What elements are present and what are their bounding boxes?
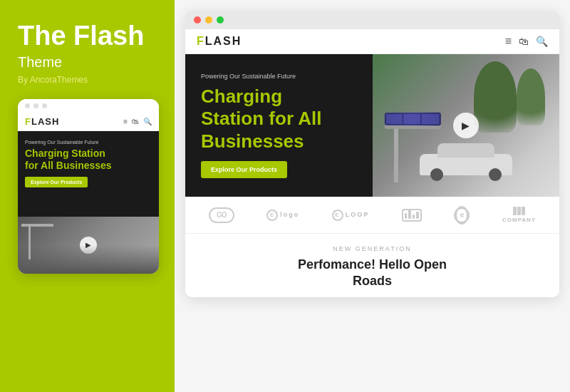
new-gen-title-line2: Roads [353, 274, 392, 288]
new-gen-title-line1: Perfomance! Hello Open [298, 257, 447, 272]
desktop-mockup: FLASH ≡ 🛍 🔍 Powering Our Sustainable Fut… [185, 11, 559, 297]
mobile-dot-2 [33, 103, 38, 108]
left-panel: The Flash Theme By AncoraThemes FLASH ≡ … [0, 0, 175, 392]
mobile-dot-1 [25, 103, 30, 108]
logo-company-label: COMPANY [502, 217, 536, 223]
mobile-hamburger-icon: ≡ [123, 118, 128, 125]
desktop-explore-btn[interactable]: Explore Our Products [201, 161, 287, 178]
logo-go-symbol: GO [209, 207, 234, 223]
logo-eloop: E LOOP [332, 210, 370, 221]
mobile-search-icon: 🔍 [143, 118, 152, 125]
desktop-nav-icons: ≡ 🛍 🔍 [505, 35, 548, 48]
desktop-dot-green [217, 16, 224, 24]
logos-bar: GO E logo E LOOP [185, 197, 559, 234]
mobile-explore-btn[interactable]: Explore Our Products [25, 177, 88, 187]
mobile-bag-icon: 🛍 [132, 118, 139, 125]
desktop-hero-eyebrow: Powering Our Sustainable Future [201, 73, 357, 80]
desktop-hero-title: ChargingStation for AllBusinesses [201, 86, 357, 153]
logo-company-bars [513, 207, 525, 215]
desktop-hero-right: ▶ [373, 54, 560, 197]
desktop-dot-yellow [205, 16, 212, 24]
logo-eloop-symbol: E LOOP [332, 210, 370, 221]
logo-e2: e [454, 207, 470, 223]
mobile-hero-title-white: for All Businesses [25, 160, 112, 171]
new-gen-label: NEW GENERATION [192, 245, 552, 252]
mobile-hero: Powering Our Sustainable Future Charging… [18, 131, 159, 217]
desktop-bag-icon[interactable]: 🛍 [519, 36, 529, 47]
desktop-nav: FLASH ≡ 🛍 🔍 [185, 29, 559, 54]
desktop-hamburger-icon[interactable]: ≡ [505, 35, 512, 48]
desktop-hero-image: ▶ [373, 54, 560, 197]
new-gen-title: Perfomance! Hello Open Roads [192, 257, 552, 290]
desktop-nav-logo: FLASH [197, 35, 242, 48]
mobile-nav: FLASH ≡ 🛍 🔍 [18, 113, 159, 131]
desktop-dot-red [194, 16, 201, 24]
mobile-hero-eyebrow: Powering Our Sustainable Future [25, 140, 152, 145]
theme-by: By AncoraThemes [18, 75, 88, 85]
mobile-nav-icons: ≡ 🛍 🔍 [123, 118, 152, 125]
mobile-mockup: FLASH ≡ 🛍 🔍 Powering Our Sustainable Fut… [18, 99, 159, 274]
logo-bars-symbol [402, 209, 422, 222]
mobile-dot-3 [42, 103, 47, 108]
right-panel: FLASH ≡ 🛍 🔍 Powering Our Sustainable Fut… [175, 0, 570, 392]
mobile-hero-image-inner: ▶ [18, 217, 159, 274]
desktop-search-icon[interactable]: 🔍 [536, 36, 548, 47]
mobile-hero-title: Charging Station for All Businesses [25, 148, 152, 172]
logo-company-content: COMPANY [502, 207, 536, 223]
desktop-play-button[interactable]: ▶ [453, 113, 479, 138]
mobile-hero-image: ▶ [18, 217, 159, 274]
logo-bars [402, 209, 422, 222]
theme-subtitle: Theme [18, 54, 62, 71]
mobile-top-bar [18, 99, 159, 113]
mobile-hero-title-lime: Charging Station [25, 148, 105, 159]
mobile-nav-logo: FLASH [25, 116, 59, 127]
logo-go: GO [209, 207, 234, 223]
logo-elogo-symbol: E logo [266, 210, 299, 221]
new-gen-section: NEW GENERATION Perfomance! Hello Open Ro… [185, 234, 559, 297]
desktop-hero: Powering Our Sustainable Future Charging… [185, 54, 559, 197]
desktop-top-bar [185, 11, 559, 29]
logo-elogo: E logo [266, 210, 299, 221]
desktop-hero-left: Powering Our Sustainable Future Charging… [185, 54, 373, 197]
logo-company: COMPANY [502, 207, 536, 223]
logo-e2-symbol: e [454, 207, 470, 223]
theme-title: The Flash [18, 21, 144, 51]
